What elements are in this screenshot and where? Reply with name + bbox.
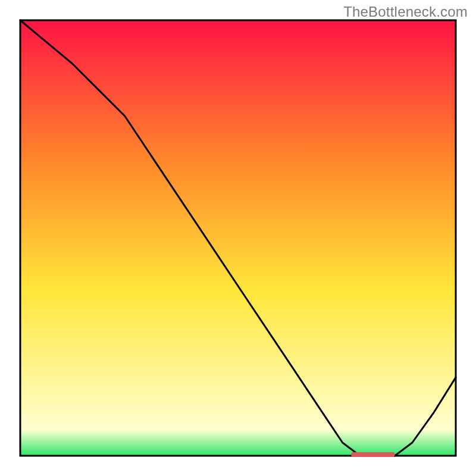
- optimal-range-marker: [351, 452, 394, 457]
- gradient-fill: [20, 20, 456, 456]
- bottleneck-chart: [0, 0, 476, 476]
- attribution-text: TheBottleneck.com: [343, 4, 468, 20]
- plot-area: [20, 20, 456, 457]
